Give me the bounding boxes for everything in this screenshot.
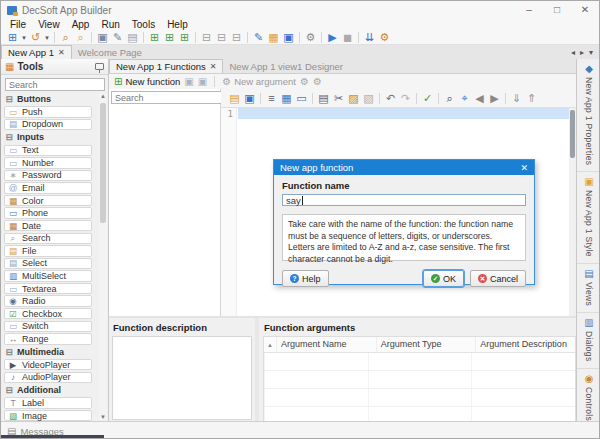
save-project-icon[interactable]: ▣ bbox=[281, 31, 296, 44]
ok-button[interactable]: ✓ OK bbox=[423, 270, 464, 287]
tab-new-app-1[interactable]: New App 1 ✕ bbox=[1, 45, 72, 59]
scrollbar-thumb[interactable] bbox=[100, 103, 106, 223]
tool-entry[interactable]: ▨ Image bbox=[4, 410, 92, 421]
functions-search-input[interactable] bbox=[111, 91, 222, 104]
import-function-icon[interactable]: ⇑ bbox=[524, 92, 539, 105]
stop-icon[interactable]: ◼ bbox=[340, 31, 355, 44]
tool-entry[interactable]: ⌕ Search bbox=[4, 233, 92, 244]
new-function-button[interactable]: ⊞ New function bbox=[114, 76, 180, 87]
tab-close-icon[interactable]: ✕ bbox=[58, 46, 65, 59]
tool-entry[interactable]: ▤ File bbox=[4, 245, 92, 256]
tool-entry[interactable]: ↔ Range bbox=[4, 333, 92, 344]
paste-icon[interactable]: ▨ bbox=[346, 92, 361, 105]
table-row[interactable] bbox=[264, 371, 575, 389]
function-name-input[interactable]: say bbox=[282, 194, 526, 206]
save-function-icon[interactable]: ▣ bbox=[184, 76, 193, 87]
tool-entry[interactable]: ◉ Radio bbox=[4, 295, 92, 306]
edit-view-icon[interactable]: ✎ bbox=[251, 31, 266, 44]
tool-entry[interactable]: ⊟ Inputs bbox=[4, 131, 103, 143]
menu-item[interactable]: View bbox=[33, 19, 65, 31]
tab-functions[interactable]: New App 1 Functions ✕ bbox=[109, 59, 223, 73]
find-icon[interactable]: ⌕ bbox=[442, 92, 457, 105]
tab-view1-designer[interactable]: New App 1 view1 Designer bbox=[223, 60, 349, 73]
replace-icon[interactable]: ⌖ bbox=[457, 92, 472, 105]
new-view-icon[interactable]: ⊞ bbox=[147, 31, 162, 44]
tool-entry[interactable]: @ Email bbox=[4, 182, 92, 193]
new-frame-icon[interactable]: ⊞ bbox=[177, 31, 192, 44]
new-dialog-icon[interactable]: ⊞ bbox=[162, 31, 177, 44]
tool-entry[interactable]: ▦ Color bbox=[4, 195, 92, 206]
dialog-close-icon[interactable]: ✕ bbox=[520, 163, 528, 173]
tool-entry[interactable]: ▭ Number bbox=[4, 157, 92, 168]
run-icon[interactable]: ▶ bbox=[325, 31, 340, 44]
copy-icon[interactable]: ▤ bbox=[316, 92, 331, 105]
tab-close-icon[interactable]: ✕ bbox=[210, 60, 217, 73]
paste-plain-icon[interactable]: ▧ bbox=[361, 92, 376, 105]
cut-icon[interactable]: ✂ bbox=[331, 92, 346, 105]
tool-entry[interactable]: ∗ Password bbox=[4, 170, 92, 181]
help-button[interactable]: ? Help bbox=[282, 270, 329, 287]
table-row[interactable] bbox=[264, 389, 575, 407]
tool-entry[interactable]: T Label bbox=[4, 397, 92, 408]
remove-view-icon[interactable]: ⊟ bbox=[199, 31, 214, 44]
tab-scroll-left-icon[interactable]: ◂ bbox=[571, 48, 575, 57]
package-icon[interactable]: ▦ bbox=[266, 31, 281, 44]
menu-item[interactable]: Tools bbox=[127, 19, 160, 31]
install-icon[interactable]: ⇊ bbox=[362, 31, 377, 44]
delete-function-icon[interactable]: ▣ bbox=[198, 76, 207, 87]
tool-entry[interactable]: ▭ Text bbox=[4, 145, 92, 156]
remove-dialog-icon[interactable]: ⊟ bbox=[214, 31, 229, 44]
scroll-up-icon[interactable]: ▲ bbox=[99, 93, 107, 99]
save-as-icon[interactable]: ✎ bbox=[110, 31, 125, 44]
right-tab[interactable]: ◆ New App 1 Properties bbox=[577, 59, 600, 172]
right-tab[interactable]: ▤ Views bbox=[577, 264, 600, 313]
table-row[interactable] bbox=[264, 353, 575, 371]
find-prev-icon[interactable]: ◀ bbox=[472, 92, 487, 105]
tool-entry[interactable]: ⊟ Multimedia bbox=[4, 346, 103, 358]
right-tab[interactable]: ▥ Dialogs bbox=[577, 313, 600, 368]
save-all-icon[interactable]: ▤ bbox=[125, 31, 140, 44]
minimize-button[interactable]: – bbox=[515, 1, 543, 19]
find-next-icon[interactable]: ▶ bbox=[487, 92, 502, 105]
menu-item[interactable]: App bbox=[67, 19, 95, 31]
right-tab[interactable]: ▣ New App 1 Style bbox=[577, 172, 600, 264]
menu-item[interactable]: File bbox=[5, 19, 31, 31]
cancel-button[interactable]: ✕ Cancel bbox=[470, 270, 526, 287]
options-icon[interactable]: ⚙ bbox=[303, 31, 318, 44]
tab-list-icon[interactable]: ▾ bbox=[589, 48, 593, 57]
tools-search-input[interactable] bbox=[5, 78, 105, 91]
column-header[interactable]: Argument Description bbox=[475, 337, 575, 352]
tool-entry[interactable]: ⊟ Additional bbox=[4, 384, 103, 396]
undo-icon[interactable]: ↶ bbox=[383, 92, 398, 105]
new-argument-button[interactable]: ⚙ New argument bbox=[222, 76, 296, 87]
show-panel-icon[interactable]: ▭ bbox=[294, 92, 309, 105]
tool-entry[interactable]: ▤ Dropdown bbox=[4, 119, 92, 130]
tool-entry[interactable]: ▭ Textarea bbox=[4, 283, 92, 294]
tool-entry[interactable]: ▤ Select bbox=[4, 258, 92, 269]
save-functions-icon[interactable]: ▣ bbox=[242, 92, 257, 105]
search-project-icon[interactable]: ⌕ bbox=[58, 31, 73, 44]
function-description-input[interactable] bbox=[112, 336, 252, 420]
menu-item[interactable]: Run bbox=[96, 19, 124, 31]
redo-icon[interactable]: ↷ bbox=[398, 92, 413, 105]
show-grid-icon[interactable]: ▦ bbox=[279, 92, 294, 105]
save-icon[interactable]: ▣ bbox=[95, 31, 110, 44]
tool-entry[interactable]: ▥ MultiSelect bbox=[4, 270, 92, 281]
scroll-up-icon[interactable]: ▲ bbox=[264, 342, 276, 348]
tool-entry[interactable]: ▭ Phone bbox=[4, 207, 92, 218]
open-project-icon[interactable]: ↺ bbox=[28, 31, 43, 44]
format-code-icon[interactable]: ≡ bbox=[264, 92, 279, 105]
edit-argument-icon[interactable]: ⚙ bbox=[300, 76, 309, 87]
scroll-down-icon[interactable]: ▼ bbox=[99, 414, 107, 420]
dialog-titlebar[interactable]: New app function ✕ bbox=[274, 160, 534, 175]
close-button[interactable]: ✕ bbox=[571, 1, 599, 19]
new-project-caret[interactable]: ▾ bbox=[20, 31, 28, 44]
new-project-icon[interactable]: ⊞ bbox=[5, 31, 20, 44]
maximize-button[interactable]: □ bbox=[543, 1, 571, 19]
tool-entry[interactable]: ▦ Date bbox=[4, 220, 92, 231]
pin-icon[interactable] bbox=[95, 63, 104, 70]
tool-entry[interactable]: ⊟ Buttons bbox=[4, 93, 103, 105]
column-header[interactable]: Argument Name bbox=[276, 337, 376, 352]
tool-entry[interactable]: ▭ Switch bbox=[4, 321, 92, 332]
open-functions-icon[interactable]: ▤ bbox=[227, 92, 242, 105]
